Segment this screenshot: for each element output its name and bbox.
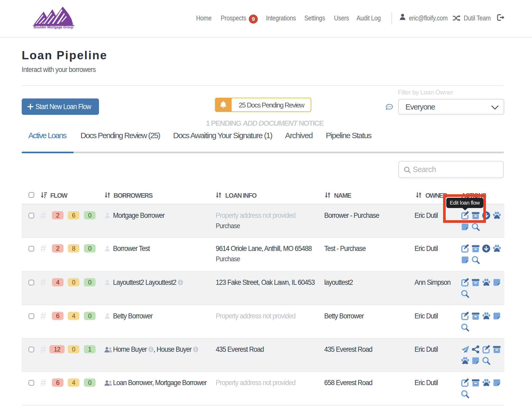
svg-text:Boulder Mortgage Group: Boulder Mortgage Group	[34, 25, 73, 29]
